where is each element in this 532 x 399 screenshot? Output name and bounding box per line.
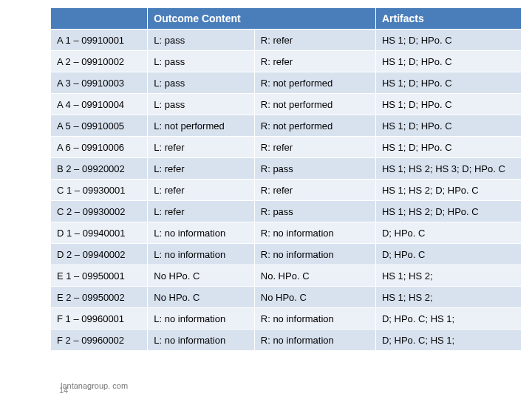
table-header: Outcome Content Artifacts xyxy=(51,8,522,30)
row-artifacts: HS 1; HS 2; D; HPo. C xyxy=(375,180,521,201)
footer: lantanagroup. com 14 xyxy=(61,381,128,390)
row-artifacts: D; HPo. C xyxy=(375,244,521,265)
row-left-outcome: L: refer xyxy=(148,180,254,201)
row-right-outcome: R: no information xyxy=(254,330,375,351)
row-artifacts: HS 1; HS 2; HS 3; D; HPo. C xyxy=(375,158,521,180)
table-row: C 2 – 09930002L: referR: passHS 1; HS 2;… xyxy=(51,201,522,222)
row-right-outcome: R: no information xyxy=(254,222,375,244)
table-row: D 1 – 09940001L: no informationR: no inf… xyxy=(51,222,522,244)
row-artifacts: D; HPo. C; HS 1; xyxy=(375,330,521,351)
row-artifacts: D; HPo. C xyxy=(375,222,521,244)
row-id: F 2 – 09960002 xyxy=(51,330,148,351)
table-row: F 2 – 09960002L: no informationR: no inf… xyxy=(51,330,522,351)
row-id: E 1 – 09950001 xyxy=(51,265,148,287)
table-row: D 2 – 09940002L: no informationR: no inf… xyxy=(51,244,522,265)
row-left-outcome: L: pass xyxy=(148,72,254,94)
table-row: A 5 – 09910005L: not performedR: not per… xyxy=(51,115,522,137)
row-right-outcome: R: refer xyxy=(254,30,375,51)
row-id: B 2 – 09920002 xyxy=(51,158,148,180)
row-right-outcome: R: no information xyxy=(254,308,375,330)
header-blank xyxy=(51,8,148,30)
row-right-outcome: R: refer xyxy=(254,137,375,158)
row-id: D 2 – 09940002 xyxy=(51,244,148,265)
row-artifacts: HS 1; HS 2; D; HPo. C xyxy=(375,201,521,222)
page-number: 14 xyxy=(59,386,68,395)
row-left-outcome: No HPo. C xyxy=(148,265,254,287)
row-right-outcome: R: no information xyxy=(254,244,375,265)
row-artifacts: HS 1; HS 2; xyxy=(375,265,521,287)
row-left-outcome: L: no information xyxy=(148,222,254,244)
table-row: E 2 – 09950002No HPo. CNo HPo. CHS 1; HS… xyxy=(51,287,522,308)
row-artifacts: HS 1; D; HPo. C xyxy=(375,115,521,137)
row-left-outcome: L: refer xyxy=(148,158,254,180)
validation-table-container: Outcome Content Artifacts A 1 – 09910001… xyxy=(50,7,522,351)
row-left-outcome: L: pass xyxy=(148,30,254,51)
row-artifacts: D; HPo. C; HS 1; xyxy=(375,308,521,330)
footer-source: lantanagroup. com xyxy=(61,381,128,390)
row-id: A 6 – 09910006 xyxy=(51,137,148,158)
row-left-outcome: L: not performed xyxy=(148,115,254,137)
table-row: E 1 – 09950001No HPo. CNo. HPo. CHS 1; H… xyxy=(51,265,522,287)
row-id: A 4 – 09910004 xyxy=(51,94,148,115)
table-row: A 3 – 09910003L: passR: not performedHS … xyxy=(51,72,522,94)
validation-table: Outcome Content Artifacts A 1 – 09910001… xyxy=(50,7,522,351)
table-row: C 1 – 09930001L: referR: referHS 1; HS 2… xyxy=(51,180,522,201)
row-right-outcome: No HPo. C xyxy=(254,287,375,308)
row-right-outcome: R: pass xyxy=(254,201,375,222)
table-row: B 2 – 09920002L: referR: passHS 1; HS 2;… xyxy=(51,158,522,180)
row-id: D 1 – 09940001 xyxy=(51,222,148,244)
row-left-outcome: L: no information xyxy=(148,330,254,351)
row-id: F 1 – 09960001 xyxy=(51,308,148,330)
row-right-outcome: No. HPo. C xyxy=(254,265,375,287)
row-left-outcome: L: pass xyxy=(148,51,254,72)
table-row: F 1 – 09960001L: no informationR: no inf… xyxy=(51,308,522,330)
table-row: A 6 – 09910006L: referR: referHS 1; D; H… xyxy=(51,137,522,158)
row-artifacts: HS 1; D; HPo. C xyxy=(375,51,521,72)
row-right-outcome: R: not performed xyxy=(254,72,375,94)
row-artifacts: HS 1; HS 2; xyxy=(375,287,521,308)
table-row: A 4 – 09910004L: passR: not performedHS … xyxy=(51,94,522,115)
row-left-outcome: L: no information xyxy=(148,244,254,265)
row-id: A 2 – 09910002 xyxy=(51,51,148,72)
row-artifacts: HS 1; D; HPo. C xyxy=(375,72,521,94)
row-right-outcome: R: refer xyxy=(254,51,375,72)
row-id: C 2 – 09930002 xyxy=(51,201,148,222)
row-left-outcome: No HPo. C xyxy=(148,287,254,308)
row-artifacts: HS 1; D; HPo. C xyxy=(375,137,521,158)
row-artifacts: HS 1; D; HPo. C xyxy=(375,30,521,51)
row-left-outcome: L: no information xyxy=(148,308,254,330)
row-right-outcome: R: not performed xyxy=(254,115,375,137)
table-row: A 2 – 09910002L: passR: referHS 1; D; HP… xyxy=(51,51,522,72)
row-right-outcome: R: pass xyxy=(254,158,375,180)
header-artifacts: Artifacts xyxy=(375,8,521,30)
table-row: A 1 – 09910001L: passR: referHS 1; D; HP… xyxy=(51,30,522,51)
row-right-outcome: R: refer xyxy=(254,180,375,201)
row-id: C 1 – 09930001 xyxy=(51,180,148,201)
row-id: A 3 – 09910003 xyxy=(51,72,148,94)
row-left-outcome: L: refer xyxy=(148,201,254,222)
row-id: A 5 – 09910005 xyxy=(51,115,148,137)
row-left-outcome: L: pass xyxy=(148,94,254,115)
row-id: E 2 – 09950002 xyxy=(51,287,148,308)
row-left-outcome: L: refer xyxy=(148,137,254,158)
row-id: A 1 – 09910001 xyxy=(51,30,148,51)
table-body: A 1 – 09910001L: passR: referHS 1; D; HP… xyxy=(51,30,522,351)
row-artifacts: HS 1; D; HPo. C xyxy=(375,94,521,115)
header-outcome-content: Outcome Content xyxy=(148,8,376,30)
row-right-outcome: R: not performed xyxy=(254,94,375,115)
